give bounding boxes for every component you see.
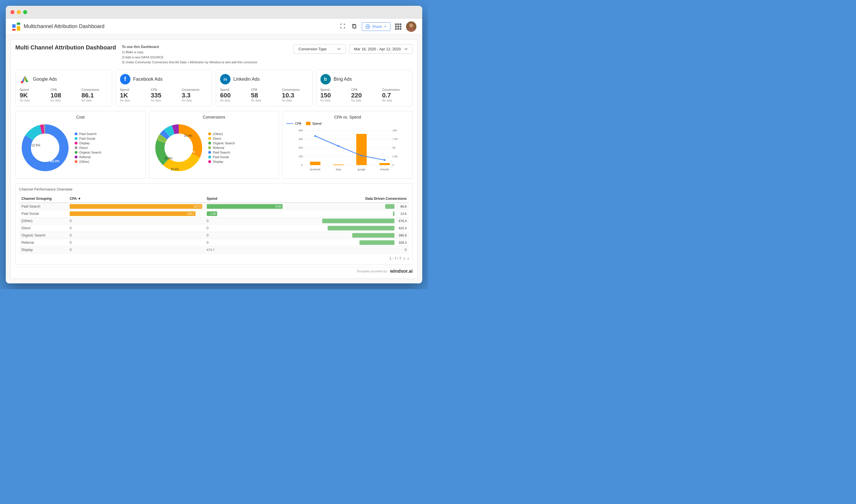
channel-name: Referral — [19, 239, 67, 246]
maximize-button[interactable] — [23, 10, 27, 14]
table-row: Paid Social103.21.4K13.6 — [19, 210, 409, 217]
conversions-bar-cell: 86.8 — [285, 203, 409, 210]
google-ads-metrics: Spend 9K No data CPA 108 No data Convers… — [20, 88, 108, 102]
cpa-bar-cell: 0 — [67, 246, 204, 254]
bing-ads-header: b Bing Ads — [320, 74, 409, 85]
fb-conv-metric: Conversions 3.3 No data — [182, 88, 208, 102]
svg-text:400: 400 — [299, 129, 303, 132]
google-cpa-metric: CPA 108 No data — [51, 88, 77, 102]
svg-text:15.4%: 15.4% — [184, 134, 192, 137]
instruction-step-3: 3) Under Community Connectors find Ad Da… — [122, 60, 257, 65]
linkedin-ads-name: Linkedin Ads — [233, 77, 260, 82]
google-ads-header: Google Ads — [20, 74, 108, 85]
cpa-spend-chart: CPA vs. Spend CPA Spend — [283, 111, 413, 179]
svg-text:2.5K: 2.5K — [392, 155, 398, 158]
conversion-type-dropdown[interactable]: Conversion Type — [293, 44, 345, 54]
channel-name: Paid Social — [19, 210, 67, 217]
google-conversions-metric: Conversions 86.1 No data — [82, 88, 108, 102]
cpa-bar-cell: 0 — [67, 217, 204, 225]
cost-chart-title: Cost — [19, 115, 142, 120]
title-bar — [6, 6, 422, 18]
svg-text:0: 0 — [301, 164, 303, 166]
channel-name: Paid Search — [19, 203, 67, 210]
svg-point-49 — [314, 135, 316, 137]
bing-ads-card: b Bing Ads Spend 150 No data CPA 220 — [316, 70, 413, 106]
watermark-text: Template provided by: — [357, 270, 388, 273]
conversions-donut-svg: 15.4% 31.8% 18.6% 29.4% — [153, 122, 205, 175]
svg-rect-3 — [12, 29, 16, 31]
cpa-legend-label: CPA — [295, 122, 301, 125]
app-header: Multichannel Attribution Dashboard — [6, 18, 422, 35]
instructions-heading: To use this Dashboard — [122, 44, 257, 50]
bing-spend-metric: Spend 150 No data — [320, 88, 347, 102]
svg-point-18 — [31, 133, 59, 162]
table-row: Direct00625.4 — [19, 225, 409, 232]
col-channel: Channel Grouping — [19, 195, 67, 203]
dashboard-inner: Multi Channel Attribution Dashboard To u… — [11, 39, 417, 279]
instruction-step-1: 1) Make a copy — [122, 50, 257, 55]
svg-text:12.5%: 12.5% — [31, 143, 40, 147]
app-logo: Multichannel Attribution Dashboard — [12, 22, 104, 31]
conversions-chart: Conversions — [149, 111, 279, 179]
svg-point-13 — [21, 81, 23, 83]
copy-button[interactable] — [350, 22, 358, 31]
bing-ads-name: Bing Ads — [334, 77, 352, 82]
svg-rect-2 — [17, 26, 20, 31]
svg-text:7.5K: 7.5K — [392, 138, 398, 141]
bing-bar — [333, 164, 343, 165]
app-title: Multichannel Attribution Dashboard — [24, 23, 104, 30]
dashboard-controls: Conversion Type Mar 16, 2020 - Apr 12, 2… — [293, 44, 413, 54]
dashboard-content: Multi Channel Attribution Dashboard To u… — [6, 35, 422, 283]
li-conv-metric: Conversions 10.3 No data — [282, 88, 308, 102]
spend-bar-cell: 0 — [204, 225, 285, 232]
spend-bar-cell: 1.4K — [204, 210, 285, 217]
cpa-bar-cell: 0 — [67, 225, 204, 232]
performance-table: Channel Grouping CPA ▼ Spend Data Driven… — [19, 195, 409, 254]
conversions-bar-cell: 13.6 — [285, 210, 409, 217]
bing-cpa-metric: CPA 220 No data — [351, 88, 377, 102]
pagination-prev[interactable]: ‹ — [404, 256, 405, 261]
dashboard-title: Multi Channel Attribution Dashboard — [15, 44, 116, 51]
google-spend-value: 9K — [20, 92, 46, 99]
svg-text:83.3%: 83.3% — [50, 159, 59, 163]
traffic-lights — [11, 10, 27, 14]
linkedin-bar — [379, 163, 390, 165]
col-cpa[interactable]: CPA ▼ — [67, 195, 204, 203]
conversions-chart-title: Conversions — [153, 115, 275, 120]
app-window: Multichannel Attribution Dashboard — [6, 6, 422, 283]
table-row: Paid Search107.89.4K86.8 — [19, 203, 409, 210]
channel-name: Direct — [19, 225, 67, 232]
svg-point-50 — [338, 145, 339, 147]
close-button[interactable] — [11, 10, 15, 14]
svg-text:google: google — [357, 168, 365, 171]
footer-watermark: Template provided by: windsor.ai — [15, 267, 413, 274]
fb-cpa-metric: CPA 335 No data — [151, 88, 177, 102]
fb-spend-metric: Spend 1K No data — [120, 88, 146, 102]
cpa-legend: CPA Spend — [286, 122, 409, 125]
spend-bar-cell: 9.4K — [204, 203, 285, 210]
google-cpa-sub: No data — [51, 99, 77, 102]
bing-conv-metric: Conversions 0.7 No data — [382, 88, 408, 102]
conversions-bar-cell: 625.4 — [285, 225, 409, 232]
svg-text:5K: 5K — [392, 146, 396, 149]
minimize-button[interactable] — [17, 10, 21, 14]
bing-ads-metrics: Spend 150 No data CPA 220 No data Conver… — [320, 88, 409, 102]
grid-apps-button[interactable] — [394, 22, 403, 31]
pagination-next[interactable]: › — [408, 256, 409, 261]
cpa-chart-svg: 400 300 200 100 0 10K 7.5K 5K 2.5K 0 — [286, 127, 409, 174]
share-label: Share — [372, 24, 382, 29]
fullscreen-button[interactable] — [339, 22, 347, 31]
spend-bar-cell: 0 — [204, 232, 285, 239]
date-range-dropdown[interactable]: Mar 16, 2020 - Apr 12, 2020 — [349, 44, 413, 54]
facebook-ads-metrics: Spend 1K No data CPA 335 No data Convers… — [120, 88, 208, 102]
table-row: Referral00328.3 — [19, 239, 409, 246]
conversions-bar-cell: 395.6 — [285, 232, 409, 239]
app-logo-icon — [12, 22, 21, 31]
svg-text:18.6%: 18.6% — [164, 157, 172, 160]
cost-donut-svg: 12.5% 83.3% — [19, 122, 71, 175]
channel-name: Display — [19, 246, 67, 254]
google-conv-value: 86.1 — [82, 92, 108, 99]
share-button[interactable]: Share — [362, 22, 390, 31]
user-avatar[interactable] — [406, 21, 416, 32]
col-conversions: Data Driven Conversions — [285, 195, 409, 203]
